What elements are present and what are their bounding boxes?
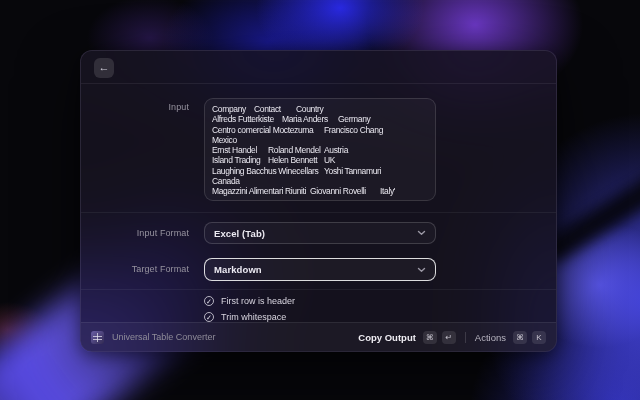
input-format-value: Excel (Tab) xyxy=(214,228,417,239)
target-format-dropdown[interactable]: Markdown xyxy=(204,258,436,281)
footer-divider xyxy=(465,332,466,343)
target-format-label: Target Format xyxy=(81,264,189,274)
chevron-down-icon xyxy=(417,267,426,273)
input-line: Laughing Bacchus Winecellars Yoshi Tanna… xyxy=(212,166,428,176)
input-textarea[interactable]: Company Contact Country Alfreds Futterki… xyxy=(204,98,436,201)
command-key-icon: ⌘ xyxy=(513,331,527,344)
target-format-value: Markdown xyxy=(214,264,417,275)
footer-actions: Copy Output ⌘ ↵ Actions ⌘ K xyxy=(358,331,546,344)
app-title: Universal Table Converter xyxy=(112,332,215,342)
converter-window: ← Input Company Contact Country Alfreds … xyxy=(80,50,557,352)
window-header: ← xyxy=(81,51,556,84)
input-label: Input xyxy=(81,102,189,112)
input-line: Alfreds Futterkiste Maria Anders Germany xyxy=(212,114,428,124)
table-app-icon xyxy=(91,331,104,344)
command-key-icon: ⌘ xyxy=(423,331,437,344)
input-format-label: Input Format xyxy=(81,228,189,238)
input-format-dropdown[interactable]: Excel (Tab) xyxy=(204,222,436,244)
back-arrow-icon: ← xyxy=(99,61,110,73)
input-line: Magazzini Alimentari Riuniti Giovanni Ro… xyxy=(212,186,428,196)
checkbox-checked-icon: ✓ xyxy=(204,312,214,322)
input-line: Ernst Handel Roland Mendel Austria xyxy=(212,145,428,155)
input-line: Canada xyxy=(212,176,428,186)
section-divider xyxy=(81,212,556,213)
return-key-icon: ↵ xyxy=(442,331,456,344)
window-footer: Universal Table Converter Copy Output ⌘ … xyxy=(81,322,556,351)
section-divider xyxy=(81,289,556,290)
back-button[interactable]: ← xyxy=(94,58,114,78)
actions-button[interactable]: Actions xyxy=(475,332,506,343)
input-line: Centro comercial Moctezuma Francisco Cha… xyxy=(212,125,428,135)
checkbox-first-row-header[interactable]: ✓ First row is header xyxy=(204,295,295,307)
chevron-down-icon xyxy=(417,230,426,236)
checkbox-label: Trim whitespace xyxy=(221,312,286,322)
checkbox-label: First row is header xyxy=(221,296,295,306)
copy-output-button[interactable]: Copy Output xyxy=(358,332,416,343)
checkbox-checked-icon: ✓ xyxy=(204,296,214,306)
input-line: Company Contact Country xyxy=(212,104,428,114)
input-line: Island Trading Helen Bennett UK xyxy=(212,155,428,165)
k-key-icon: K xyxy=(532,331,546,344)
input-line: Mexico xyxy=(212,135,428,145)
